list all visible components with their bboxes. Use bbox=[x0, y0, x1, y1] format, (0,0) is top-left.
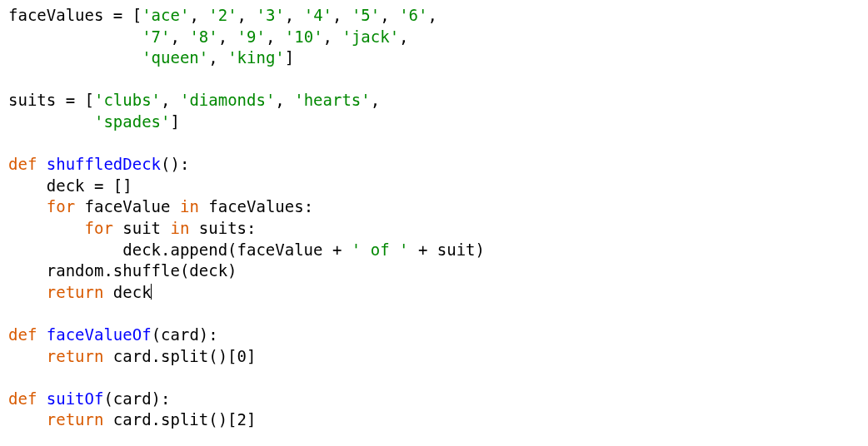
code-token-punc: , bbox=[371, 91, 380, 109]
text-cursor bbox=[151, 284, 152, 300]
code-token-punc: , bbox=[208, 48, 227, 67]
code-token-punc: (card): bbox=[152, 325, 218, 344]
code-token-punc: , bbox=[237, 6, 257, 24]
code-token-id: deck bbox=[103, 283, 151, 301]
code-token-punc: = [ bbox=[113, 6, 142, 24]
code-line: return deck bbox=[8, 283, 152, 301]
code-token-punc: , bbox=[332, 6, 352, 24]
code-token-id bbox=[8, 347, 47, 365]
code-token-punc: (card): bbox=[103, 389, 170, 408]
code-token-str: '8' bbox=[189, 27, 217, 46]
code-token-id: faceValues bbox=[8, 6, 113, 24]
code-token-kw: for bbox=[85, 219, 113, 237]
code-token-id: ] bbox=[247, 347, 256, 365]
code-token-fn: faceValueOf bbox=[47, 325, 152, 344]
code-token-punc: , bbox=[161, 91, 180, 109]
code-token-kw: return bbox=[47, 283, 104, 301]
code-line: def faceValueOf(card): bbox=[8, 325, 218, 344]
code-line: random.shuffle(deck) bbox=[8, 261, 237, 280]
code-token-str: 'diamonds' bbox=[180, 91, 275, 109]
code-token-id bbox=[37, 155, 46, 173]
code-token-id bbox=[37, 325, 46, 344]
code-token-punc: ] bbox=[170, 112, 179, 131]
code-token-kw: for bbox=[47, 197, 75, 216]
code-token-id bbox=[8, 112, 94, 131]
code-token-id: card.split()[ bbox=[103, 410, 237, 429]
code-token-punc: , bbox=[275, 91, 294, 109]
code-token-kw: def bbox=[8, 155, 37, 173]
code-token-str: '5' bbox=[352, 6, 380, 24]
code-token-punc: , bbox=[380, 6, 399, 24]
code-token-id: faceValue bbox=[75, 197, 180, 216]
code-line: 'spades'] bbox=[8, 112, 180, 131]
code-line: return card.split()[2] bbox=[8, 410, 256, 429]
code-token-id bbox=[8, 410, 47, 429]
code-token-punc: , bbox=[170, 27, 189, 46]
code-line: for suit in suits: bbox=[8, 219, 256, 237]
code-token-str: 'clubs' bbox=[94, 91, 161, 109]
code-token-str: 'jack' bbox=[342, 27, 399, 46]
code-token-id: deck.append(faceValue bbox=[8, 240, 332, 259]
code-token-id: random.shuffle(deck) bbox=[8, 261, 237, 280]
code-line: faceValues = ['ace', '2', '3', '4', '5',… bbox=[8, 6, 437, 24]
code-line: return card.split()[0] bbox=[8, 347, 256, 365]
code-token-str: '9' bbox=[237, 27, 266, 46]
code-token-kw: in bbox=[170, 219, 189, 237]
code-token-id: suit bbox=[113, 219, 171, 237]
code-token-punc: 0 bbox=[237, 347, 247, 365]
code-token-str: '3' bbox=[256, 6, 284, 24]
code-line: deck = [] bbox=[8, 176, 132, 195]
code-token-id: card.split()[ bbox=[103, 347, 237, 365]
code-token-id bbox=[8, 27, 142, 46]
code-token-punc: , bbox=[189, 6, 208, 24]
code-token-punc: , bbox=[218, 27, 237, 46]
code-line: def shuffledDeck(): bbox=[8, 155, 189, 173]
code-token-punc: , bbox=[427, 6, 436, 24]
code-token-str: '10' bbox=[285, 27, 323, 46]
code-line: 'queen', 'king'] bbox=[8, 48, 294, 67]
code-token-punc: (): bbox=[161, 155, 189, 173]
code-token-str: '7' bbox=[142, 27, 170, 46]
code-token-id: suits: bbox=[189, 219, 256, 237]
code-token-punc: , bbox=[399, 27, 408, 46]
code-token-fn: shuffledDeck bbox=[47, 155, 161, 173]
code-token-punc: + bbox=[408, 240, 436, 259]
code-token-punc: = [ bbox=[66, 91, 94, 109]
code-token-id bbox=[8, 197, 47, 216]
code-token-punc: , bbox=[323, 27, 342, 46]
code-token-id: ] bbox=[247, 410, 256, 429]
code-token-str: 'ace' bbox=[142, 6, 189, 24]
code-line: def suitOf(card): bbox=[8, 389, 171, 408]
code-token-kw: def bbox=[8, 389, 37, 408]
code-block: faceValues = ['ace', '2', '3', '4', '5',… bbox=[0, 0, 868, 436]
code-token-kw: return bbox=[47, 410, 104, 429]
code-token-id bbox=[8, 219, 85, 237]
code-line: '7', '8', '9', '10', 'jack', bbox=[8, 27, 409, 46]
code-token-punc: = [] bbox=[94, 176, 132, 195]
code-line: suits = ['clubs', 'diamonds', 'hearts', bbox=[8, 91, 380, 109]
code-token-punc: ] bbox=[285, 48, 294, 67]
code-token-str: 'king' bbox=[227, 48, 285, 67]
code-token-punc: 2 bbox=[237, 410, 247, 429]
code-token-str: '6' bbox=[399, 6, 427, 24]
code-token-str: 'hearts' bbox=[294, 91, 371, 109]
code-token-id: deck bbox=[8, 176, 94, 195]
code-token-str: ' of ' bbox=[352, 240, 409, 259]
code-token-str: 'queen' bbox=[142, 48, 208, 67]
code-token-kw: return bbox=[47, 347, 104, 365]
code-token-id bbox=[37, 389, 46, 408]
code-token-id: suit) bbox=[437, 240, 485, 259]
code-token-punc: + bbox=[332, 240, 352, 259]
code-token-str: '4' bbox=[304, 6, 332, 24]
code-token-str: '2' bbox=[208, 6, 237, 24]
code-token-kw: in bbox=[180, 197, 199, 216]
code-token-id bbox=[8, 283, 47, 301]
code-token-str: 'spades' bbox=[94, 112, 171, 131]
code-token-fn: suitOf bbox=[47, 389, 104, 408]
code-token-punc: , bbox=[266, 27, 285, 46]
code-token-kw: def bbox=[8, 325, 37, 344]
code-token-id: faceValues: bbox=[199, 197, 313, 216]
code-token-punc: , bbox=[285, 6, 304, 24]
code-token-id bbox=[8, 48, 142, 67]
code-line: for faceValue in faceValues: bbox=[8, 197, 313, 216]
